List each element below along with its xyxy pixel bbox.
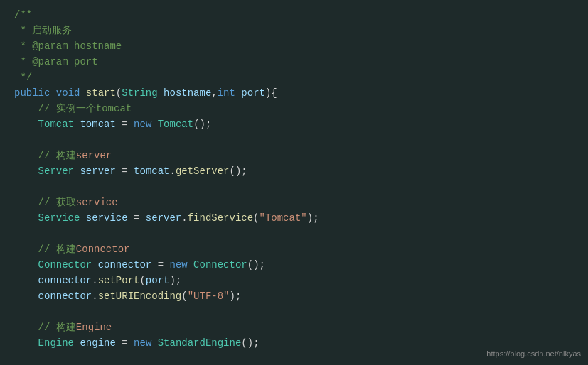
code-line-13: // 获取service xyxy=(14,195,574,210)
code-line-17: Connector connector = new Connector (); xyxy=(14,257,574,273)
method-setPort: setPort xyxy=(98,273,140,288)
comment-service: * 启动服务 xyxy=(14,23,72,38)
var-connector: connector xyxy=(98,257,152,273)
keyword-new-engine: new xyxy=(134,335,151,351)
comment-start: /** xyxy=(14,7,32,23)
param-port: port xyxy=(241,85,265,101)
string-utf8: "UTF-8" xyxy=(188,288,230,304)
type-standardengine: StandardEngine xyxy=(158,335,242,351)
comment-param-hostname: * @param hostname xyxy=(14,38,122,54)
keyword-new-tomcat: new xyxy=(134,116,151,132)
code-editor: /** * 启动服务 * @param hostname * @param po… xyxy=(0,0,588,365)
type-tomcat: Tomcat xyxy=(38,116,74,132)
method-findService: findService xyxy=(188,210,253,226)
ref-tomcat: tomcat xyxy=(134,163,169,179)
type-string: String xyxy=(122,85,157,101)
keyword-new-connector: new xyxy=(169,257,187,273)
var-engine: engine xyxy=(80,335,115,351)
type-connector-new: Connector xyxy=(193,257,247,273)
code-line-2: * 启动服务 xyxy=(14,23,574,38)
type-server: Server xyxy=(38,163,74,179)
code-line-15 xyxy=(14,226,574,241)
method-setURIEncoding: setURIEncoding xyxy=(98,288,182,304)
param-hostname: hostname xyxy=(164,85,211,101)
code-line-5: */ xyxy=(14,70,574,85)
comment-build-server: // 构建 xyxy=(38,148,76,163)
code-line-20 xyxy=(14,304,574,320)
code-line-10: // 构建server xyxy=(14,148,574,163)
code-line-11: Server server = tomcat . getServer (); xyxy=(14,163,574,179)
string-tomcat: "Tomcat" xyxy=(260,210,307,226)
ref-server: server xyxy=(146,210,181,226)
code-line-3: * @param hostname xyxy=(14,38,574,54)
arg-port: port xyxy=(146,273,170,288)
code-line-9 xyxy=(14,132,574,148)
ref-connector-2: connector xyxy=(38,288,92,304)
var-tomcat: tomcat xyxy=(80,116,115,132)
type-tomcat-new: Tomcat xyxy=(158,116,193,132)
type-connector: Connector xyxy=(38,257,92,273)
type-service: Service xyxy=(38,210,80,226)
code-line-18: connector . setPort ( port ); xyxy=(14,273,574,288)
code-line-1: /** xyxy=(14,7,574,23)
method-getServer: getServer xyxy=(176,163,230,179)
code-line-4: * @param port xyxy=(14,54,574,70)
type-engine: Engine xyxy=(38,335,74,351)
comment-param-port: * @param port xyxy=(14,54,98,70)
code-line-8: Tomcat tomcat = new Tomcat (); xyxy=(14,116,574,132)
comment-get-service: // 获取 xyxy=(38,195,76,210)
code-line-19: connector . setURIEncoding ( "UTF-8" ); xyxy=(14,288,574,304)
watermark: https://blog.csdn.net/nikyas xyxy=(486,349,581,358)
comment-end: */ xyxy=(14,70,32,85)
method-start: start xyxy=(86,85,116,101)
comment-instance-tomcat: // 实例一个tomcat xyxy=(38,101,132,116)
keyword-void: void xyxy=(56,85,80,101)
code-line-6: public void start ( String hostname , in… xyxy=(14,85,574,101)
comment-build-connector: // 构建 xyxy=(38,241,76,257)
var-service: service xyxy=(86,210,128,226)
code-line-21: // 构建Engine xyxy=(14,320,574,335)
code-line-7: // 实例一个tomcat xyxy=(14,101,574,116)
keyword-public: public xyxy=(14,85,50,101)
var-server: server xyxy=(80,163,115,179)
comment-build-engine: // 构建 xyxy=(38,320,76,335)
code-line-22: Engine engine = new StandardEngine (); xyxy=(14,335,574,351)
keyword-int: int xyxy=(218,85,235,101)
code-line-12 xyxy=(14,179,574,195)
code-line-14: Service service = server . findService (… xyxy=(14,210,574,226)
code-line-16: // 构建Connector xyxy=(14,241,574,257)
ref-connector-1: connector xyxy=(38,273,92,288)
